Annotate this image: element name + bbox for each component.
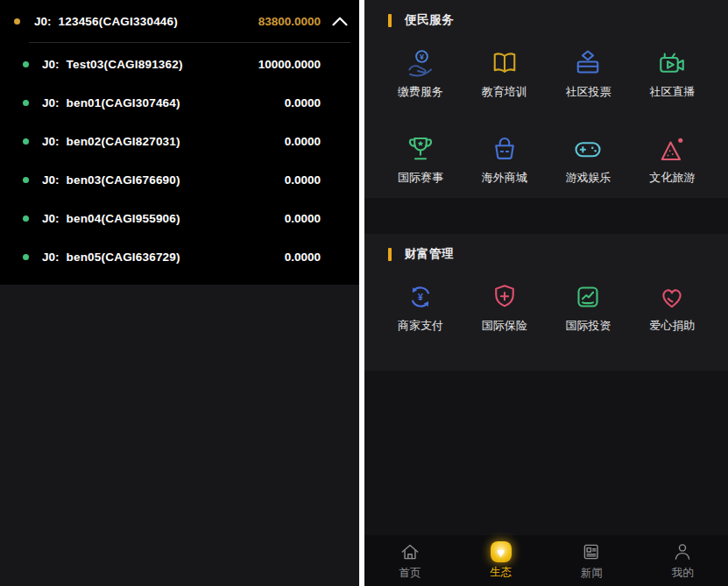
account-prefix: J0: [42,212,60,225]
account-prefix: J0: [34,15,52,28]
header-divider [29,42,350,43]
account-name: Test03(CAGI891362) [67,58,183,71]
account-balance: 10000.0000 [258,58,321,71]
home-icon [399,540,421,563]
account-balance: 0.0000 [285,212,321,225]
tab-label: 生态 [490,565,512,580]
service-label: 游戏娱乐 [565,170,611,186]
account-name: ben04(CAGI955906) [67,212,180,225]
account-list: J0: 123456(CAGI330446) 83800.0000 J0: Te… [0,0,359,285]
account-balance: 0.0000 [285,251,321,264]
tab-home[interactable]: 首页 [364,535,456,586]
service-item-live[interactable]: 社区直播 [630,40,714,126]
service-item-mall[interactable]: 海外商城 [463,126,547,212]
account-name: ben05(CAGI636729) [67,251,180,264]
account-row[interactable]: J0: ben03(CAGI676690) 0.0000 [0,160,359,199]
service-item-investment[interactable]: 国际投资 [547,274,631,360]
services-grid: ¥ 缴费服务 教育培训 [364,40,728,212]
tab-label: 新闻 [581,566,603,581]
profile-icon [671,540,694,563]
section-wealth-management: 财富管理 ¥ 商家支付 [364,234,728,371]
account-name: ben01(CAGI307464) [67,96,180,109]
service-label: 缴费服务 [398,84,443,100]
international-investment-icon [572,281,604,313]
service-label: 国际赛事 [398,170,443,186]
service-item-insurance[interactable]: 国际保险 [463,274,547,360]
news-icon [580,540,603,563]
merchant-payment-icon: ¥ [405,281,436,313]
account-prefix: J0: [42,58,60,71]
account-status-dot [23,177,29,183]
service-item-education[interactable]: 教育培训 [463,40,547,126]
tab-news[interactable]: 新闻 [547,535,638,586]
community-live-icon [656,47,688,79]
accounts-panel: J0: 123456(CAGI330446) 83800.0000 J0: Te… [0,0,359,586]
svg-text:¥: ¥ [420,53,424,61]
account-balance: 83800.0000 [258,15,321,28]
section-marker-bar [388,14,392,27]
payment-service-icon: ¥ [405,47,436,79]
account-group-header[interactable]: J0: 123456(CAGI330446) 83800.0000 [0,0,359,42]
service-label: 社区直播 [649,84,695,100]
account-status-dot [23,254,29,260]
section-header: 财富管理 [364,234,728,274]
account-row[interactable]: J0: Test03(CAGI891362) 10000.0000 [0,45,359,83]
section-title: 财富管理 [405,246,454,262]
group-status-dot [14,18,20,25]
service-item-events[interactable]: 国际赛事 [378,126,463,212]
account-name: ben03(CAGI676690) [67,173,180,187]
account-status-dot [23,138,29,145]
service-label: 国际投资 [565,318,611,334]
account-name: ben02(CAGI827031) [67,135,180,148]
tab-label: 首页 [399,566,421,581]
education-training-icon [489,47,520,79]
account-balance: 0.0000 [285,96,321,109]
tab-profile[interactable]: 我的 [637,535,728,586]
service-item-games[interactable]: 游戏娱乐 [547,126,631,212]
service-label: 社区投票 [565,84,611,100]
account-row[interactable]: J0: ben02(CAGI827031) 0.0000 [0,122,359,160]
service-label: 爱心捐助 [649,318,695,334]
service-item-payment[interactable]: ¥ 缴费服务 [378,40,463,126]
service-label: 商家支付 [398,318,443,334]
bottom-tab-bar: 首页 ♥ 生态 新闻 我的 [364,535,728,586]
account-prefix: J0: [42,96,60,109]
service-label: 教育培训 [482,84,527,100]
service-label: 海外商城 [482,170,527,186]
service-item-donation[interactable]: 爱心捐助 [630,274,714,360]
love-donation-icon [656,281,688,313]
game-entertainment-icon [572,133,604,165]
service-item-merchant-pay[interactable]: ¥ 商家支付 [378,274,463,360]
international-events-icon [405,133,436,165]
account-status-dot [23,100,29,106]
app-screenshot: J0: 123456(CAGI330446) 83800.0000 J0: Te… [0,0,728,586]
section-marker-bar [388,248,392,261]
service-label: 国际保险 [482,318,527,334]
services-panel: 便民服务 ¥ 缴费服务 [364,0,728,586]
service-item-vote[interactable]: 社区投票 [547,40,631,126]
account-prefix: J0: [42,251,60,264]
account-row[interactable]: J0: ben05(CAGI636729) 0.0000 [0,237,359,276]
overseas-mall-icon [489,133,520,165]
chevron-up-icon[interactable] [331,14,349,28]
service-label: 文化旅游 [649,170,695,186]
community-vote-icon [572,47,604,79]
services-grid: ¥ 商家支付 国际保险 [364,274,728,360]
account-status-dot [23,215,29,222]
account-balance: 0.0000 [285,135,321,148]
section-convenient-services: 便民服务 ¥ 缴费服务 [364,0,728,198]
account-status-dot [23,61,29,67]
account-prefix: J0: [42,173,60,187]
section-title: 便民服务 [405,12,454,28]
tab-ecology[interactable]: ♥ 生态 [456,535,547,586]
international-insurance-icon [489,281,520,313]
section-header: 便民服务 [364,0,728,40]
tab-label: 我的 [672,566,694,581]
account-row[interactable]: J0: ben01(CAGI307464) 0.0000 [0,83,359,122]
account-row[interactable]: J0: ben04(CAGI955906) 0.0000 [0,199,359,237]
svg-text:¥: ¥ [418,292,423,302]
ecology-heart-icon: ♥ [491,541,512,562]
account-name: 123456(CAGI330446) [59,15,178,28]
account-prefix: J0: [42,135,60,148]
service-item-travel[interactable]: 文化旅游 [630,126,714,212]
